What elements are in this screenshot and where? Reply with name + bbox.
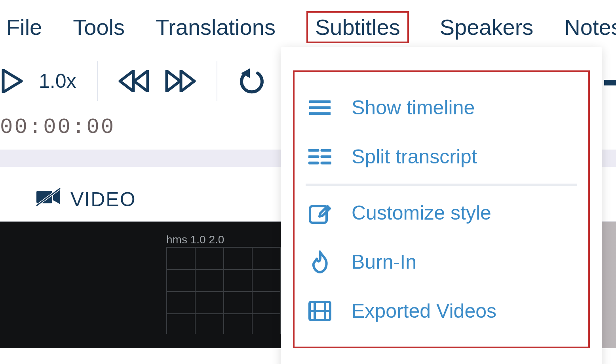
menu-show-timeline[interactable]: Show timeline xyxy=(306,83,577,132)
menu-subtitles[interactable]: Subtitles xyxy=(306,11,409,43)
forward-icon xyxy=(165,70,196,92)
forward-button[interactable] xyxy=(165,70,196,92)
subtitles-dropdown: Show timeline Split transcript xyxy=(281,47,602,364)
menu-split-transcript[interactable]: Split transcript xyxy=(306,132,577,181)
subtitles-dropdown-highlight: Show timeline Split transcript xyxy=(293,70,590,348)
svg-marker-2 xyxy=(134,71,148,91)
menu-exported-videos-label: Exported Videos xyxy=(352,300,496,322)
video-off-icon xyxy=(36,188,62,211)
menu-burn-in[interactable]: Burn-In xyxy=(306,237,577,286)
menu-notes[interactable]: Notes xyxy=(564,14,616,40)
svg-marker-4 xyxy=(181,71,194,91)
menu-show-timeline-label: Show timeline xyxy=(352,96,475,119)
timeline-icon xyxy=(307,95,333,120)
dropdown-divider xyxy=(306,184,577,186)
rewind-button[interactable] xyxy=(118,70,149,92)
play-button[interactable] xyxy=(2,69,23,93)
playback-speed[interactable]: 1.0x xyxy=(39,70,76,93)
menu-translations[interactable]: Translations xyxy=(156,14,276,40)
menu-customize-style[interactable]: Customize style xyxy=(306,188,577,237)
menu-exported-videos[interactable]: Exported Videos xyxy=(306,286,577,336)
menu-burn-in-label: Burn-In xyxy=(352,250,416,273)
divider xyxy=(97,61,98,101)
divider xyxy=(217,61,217,101)
menu-split-transcript-label: Split transcript xyxy=(352,145,477,168)
play-icon xyxy=(2,69,23,93)
preview-ruler-text: hms 1.0 2.0 xyxy=(166,233,224,246)
menu-speakers[interactable]: Speakers xyxy=(440,14,534,40)
edit-icon xyxy=(307,200,333,226)
flame-icon xyxy=(307,249,333,275)
menu-customize-style-label: Customize style xyxy=(352,201,491,224)
video-label: VIDEO xyxy=(70,188,136,211)
cropped-control-fragment xyxy=(604,80,616,85)
undo-button[interactable] xyxy=(238,68,266,94)
film-icon xyxy=(307,298,333,324)
columns-icon xyxy=(307,144,333,169)
svg-marker-0 xyxy=(3,70,21,92)
svg-marker-3 xyxy=(167,71,180,91)
svg-marker-1 xyxy=(120,71,133,91)
menu-tools[interactable]: Tools xyxy=(73,14,125,40)
menu-file[interactable]: File xyxy=(6,14,42,40)
preview-grid xyxy=(166,247,285,334)
undo-icon xyxy=(238,68,266,94)
rewind-icon xyxy=(118,70,149,92)
menubar: File Tools Translations Subtitles Speake… xyxy=(0,0,616,43)
